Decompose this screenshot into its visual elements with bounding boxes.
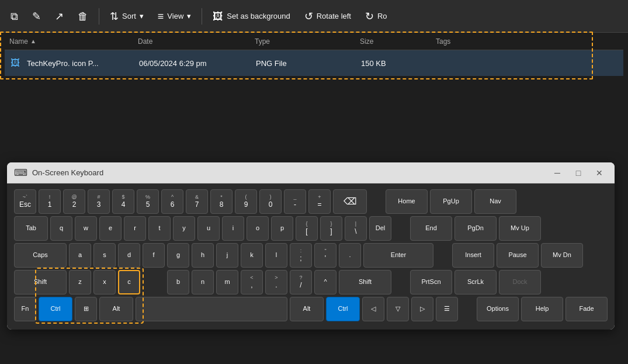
close-button[interactable]: ✕ bbox=[591, 167, 608, 179]
rotate-left-button[interactable]: ↺ Rotate left bbox=[299, 8, 357, 25]
key-backspace[interactable]: ⌫ bbox=[333, 189, 367, 214]
key-home[interactable]: Home bbox=[386, 189, 428, 214]
key-pause[interactable]: Pause bbox=[497, 243, 539, 268]
key-space[interactable] bbox=[136, 297, 287, 321]
key-e[interactable]: e bbox=[99, 216, 122, 241]
key-period-row3[interactable]: . bbox=[339, 243, 361, 268]
key-rbracket[interactable]: }] bbox=[320, 216, 342, 241]
keyboard-title-icon: ⌨ bbox=[14, 167, 27, 178]
rotate-right-button[interactable]: ↻ Ro bbox=[359, 8, 393, 25]
key-pgdn[interactable]: PgDn bbox=[454, 216, 497, 241]
file-size-cell: 150 KB bbox=[361, 59, 437, 68]
key-z[interactable]: z bbox=[69, 270, 91, 294]
key-period[interactable]: >. bbox=[265, 270, 287, 294]
key-nav[interactable]: Nav bbox=[474, 189, 516, 214]
key-left[interactable]: ◁ bbox=[362, 297, 384, 321]
key-9[interactable]: (9 bbox=[235, 189, 257, 214]
key-caret[interactable]: ^ bbox=[314, 270, 336, 294]
table-row[interactable]: 🖼 TechKeyPro. icon P... 06/05/2024 6:29 … bbox=[5, 50, 623, 76]
key-g[interactable]: g bbox=[167, 243, 189, 268]
key-6[interactable]: ^6 bbox=[161, 189, 183, 214]
key-f[interactable]: f bbox=[143, 243, 165, 268]
share-button[interactable]: ↗ bbox=[49, 8, 70, 25]
key-caps[interactable]: Caps bbox=[14, 243, 67, 268]
view-button[interactable]: ≡ View ▾ bbox=[152, 8, 197, 25]
key-4[interactable]: $4 bbox=[112, 189, 134, 214]
key-7[interactable]: &7 bbox=[186, 189, 208, 214]
key-r[interactable]: r bbox=[124, 216, 146, 241]
key-o[interactable]: o bbox=[247, 216, 269, 241]
key-equals[interactable]: += bbox=[308, 189, 331, 214]
key-d[interactable]: d bbox=[118, 243, 140, 268]
key-3[interactable]: #3 bbox=[88, 189, 110, 214]
key-k[interactable]: k bbox=[241, 243, 263, 268]
key-lbracket[interactable]: {[ bbox=[296, 216, 318, 241]
key-i[interactable]: i bbox=[222, 216, 244, 241]
key-0[interactable]: )0 bbox=[259, 189, 282, 214]
key-h[interactable]: h bbox=[192, 243, 214, 268]
key-m[interactable]: m bbox=[216, 270, 238, 294]
key-quote[interactable]: "' bbox=[314, 243, 336, 268]
key-2[interactable]: @2 bbox=[63, 189, 85, 214]
key-del[interactable]: Del bbox=[369, 216, 391, 241]
key-win[interactable]: ⊞ bbox=[75, 297, 97, 321]
key-esc[interactable]: ~`Esc bbox=[14, 189, 36, 214]
key-a[interactable]: a bbox=[69, 243, 91, 268]
key-s[interactable]: s bbox=[93, 243, 116, 268]
key-q[interactable]: q bbox=[50, 216, 72, 241]
key-prtscn[interactable]: PrtScn bbox=[410, 270, 452, 294]
file-icon: 🖼 bbox=[11, 58, 20, 68]
key-help[interactable]: Help bbox=[521, 297, 563, 321]
key-x[interactable]: x bbox=[93, 270, 116, 294]
key-comma[interactable]: <, bbox=[241, 270, 263, 294]
key-p[interactable]: p bbox=[271, 216, 293, 241]
key-l[interactable]: l bbox=[265, 243, 287, 268]
key-mvdn[interactable]: Mv Dn bbox=[541, 243, 583, 268]
key-insert[interactable]: Insert bbox=[452, 243, 494, 268]
key-options[interactable]: Options bbox=[477, 297, 519, 321]
key-n[interactable]: n bbox=[192, 270, 214, 294]
delete-button[interactable]: 🗑 bbox=[72, 8, 94, 25]
key-rshift[interactable]: Shift bbox=[339, 270, 391, 294]
key-w[interactable]: w bbox=[75, 216, 97, 241]
key-rctrl[interactable]: Ctrl bbox=[326, 297, 360, 321]
maximize-button[interactable]: □ bbox=[570, 167, 587, 179]
key-y[interactable]: y bbox=[173, 216, 195, 241]
key-pgup[interactable]: PgUp bbox=[430, 189, 472, 214]
key-b[interactable]: b bbox=[167, 270, 189, 294]
key-menu[interactable]: ☰ bbox=[436, 297, 458, 321]
key-enter[interactable]: Enter bbox=[363, 243, 433, 268]
key-minus[interactable]: _- bbox=[284, 189, 306, 214]
key-u[interactable]: u bbox=[197, 216, 220, 241]
key-1[interactable]: !1 bbox=[39, 189, 61, 214]
key-fn[interactable]: Fn bbox=[14, 297, 36, 321]
minimize-button[interactable]: ─ bbox=[549, 167, 565, 179]
key-8[interactable]: *8 bbox=[210, 189, 233, 214]
key-lalt[interactable]: Alt bbox=[99, 297, 133, 321]
key-down[interactable]: ▽ bbox=[387, 297, 409, 321]
key-j[interactable]: j bbox=[216, 243, 238, 268]
key-ralt[interactable]: Alt bbox=[290, 297, 324, 321]
key-fade[interactable]: Fade bbox=[565, 297, 608, 321]
key-tab[interactable]: Tab bbox=[14, 216, 48, 241]
copy-button[interactable]: ⧉ bbox=[5, 8, 24, 25]
key-right[interactable]: ▷ bbox=[411, 297, 433, 321]
keyboard-row-1: ~`Esc !1 @2 #3 $4 %5 ^6 &7 *8 (9 )0 _- +… bbox=[14, 189, 608, 214]
key-t[interactable]: t bbox=[148, 216, 171, 241]
key-lctrl[interactable]: Ctrl bbox=[39, 297, 72, 321]
key-semicolon[interactable]: :; bbox=[290, 243, 312, 268]
rename-button[interactable]: ✎ bbox=[26, 8, 47, 25]
key-mvup[interactable]: Mv Up bbox=[499, 216, 541, 241]
key-end[interactable]: End bbox=[410, 216, 452, 241]
set-background-button[interactable]: 🖼 Set as background bbox=[207, 8, 296, 25]
key-c[interactable]: c bbox=[118, 270, 140, 294]
on-screen-keyboard-window: ⌨ On-Screen Keyboard ─ □ ✕ ~`Esc !1 @2 #… bbox=[7, 162, 615, 330]
key-scrlk[interactable]: ScrLk bbox=[454, 270, 497, 294]
key-lshift[interactable]: Shift bbox=[14, 270, 67, 294]
sort-button[interactable]: ⇅ Sort ▾ bbox=[104, 8, 150, 25]
key-dock[interactable]: Dock bbox=[499, 270, 541, 294]
key-backslash[interactable]: |\ bbox=[345, 216, 367, 241]
key-slash[interactable]: ?/ bbox=[290, 270, 312, 294]
key-5[interactable]: %5 bbox=[137, 189, 159, 214]
column-size: Size bbox=[360, 37, 436, 46]
